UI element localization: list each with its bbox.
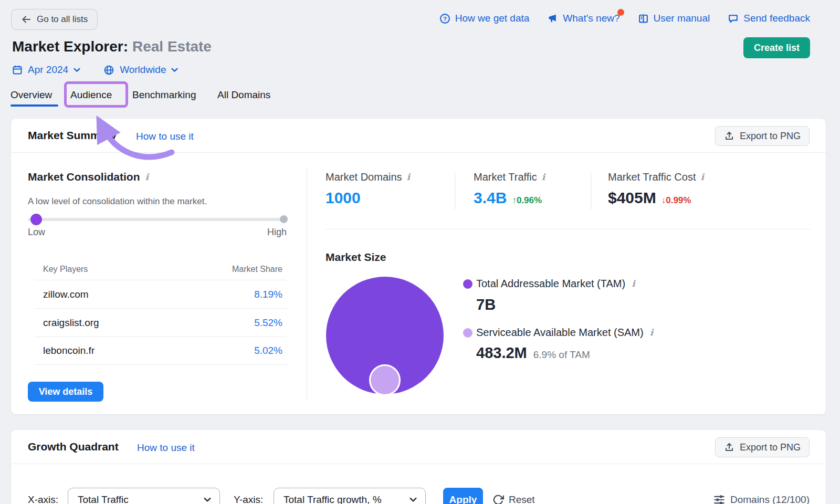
divider: [307, 169, 307, 400]
key-player-share[interactable]: 5.02%: [254, 345, 282, 356]
sam-value-number: 483.2M: [476, 344, 527, 362]
y-axis-select[interactable]: Total Traffic growth, %: [274, 488, 426, 504]
user-manual-link[interactable]: User manual: [638, 13, 710, 24]
export-png-button[interactable]: Export to PNG: [715, 437, 810, 457]
metric-market-domains: Market Domains i 1000: [326, 171, 410, 207]
metric-label: Market Domains: [326, 171, 402, 183]
metric-label: Market Traffic: [474, 171, 537, 183]
whats-new-link[interactable]: What's new?: [547, 13, 620, 24]
create-list-button[interactable]: Create list: [743, 37, 810, 58]
tab-audience[interactable]: Audience: [70, 89, 112, 101]
metric-change-down: ↓0.99%: [662, 195, 691, 206]
export-label: Export to PNG: [740, 442, 801, 453]
geo-filter[interactable]: Worldwide: [103, 64, 178, 76]
metric-value: 3.4B: [474, 189, 507, 207]
sam-legend-dot: [463, 328, 472, 338]
info-icon[interactable]: i: [407, 173, 410, 182]
view-details-button[interactable]: View details: [28, 382, 103, 402]
page-title-prefix: Market Explorer:: [12, 38, 128, 55]
metric-change-value: 0.96%: [517, 195, 542, 205]
slider-high-label: High: [267, 227, 287, 238]
link-label: Send feedback: [743, 13, 810, 24]
refresh-icon: [492, 494, 504, 504]
sam-value: 483.2M 6.9% of TAM: [476, 344, 590, 362]
divider: [326, 229, 811, 229]
table-row: craigslist.org 5.52%: [35, 308, 287, 337]
legend-label-text: Serviceable Available Market (SAM): [476, 327, 644, 339]
info-icon[interactable]: i: [542, 173, 545, 182]
link-label: How we get data: [455, 13, 530, 24]
tam-legend-label: Total Addressable Market (TAM) i: [476, 278, 635, 290]
header-links: ? How we get data What's new? User manua…: [439, 13, 810, 24]
filters-row: Apr 2024 Worldwide: [12, 64, 178, 76]
market-summary-how-to-use-link[interactable]: How to use it: [136, 131, 194, 142]
consolidation-description: A low level of consolidation within the …: [28, 196, 207, 207]
export-label: Export to PNG: [740, 131, 801, 142]
tam-legend-dot: [463, 279, 472, 289]
info-icon[interactable]: i: [700, 173, 704, 182]
growth-quadrant-how-to-use-link[interactable]: How to use it: [137, 442, 195, 454]
y-axis-label: Y-axis:: [234, 488, 263, 504]
key-player-domain: craigslist.org: [43, 317, 99, 329]
back-label: Go to all lists: [37, 14, 88, 25]
consolidation-slider-handle[interactable]: [30, 214, 42, 225]
market-summary-card: Market Summary How to use it Export to P…: [10, 118, 826, 415]
x-axis-select[interactable]: Total Traffic: [68, 488, 220, 504]
feedback-bubble-icon: [728, 13, 739, 24]
reset-button[interactable]: Reset: [492, 488, 535, 504]
notification-dot: [617, 9, 624, 16]
chevron-down-icon: [171, 68, 178, 72]
market-consolidation-title: Market Consolidation i: [28, 171, 149, 183]
growth-quadrant-card: Growth Quadrant How to use it Export to …: [10, 429, 826, 504]
info-icon[interactable]: i: [632, 279, 635, 288]
sam-note: 6.9% of TAM: [533, 349, 590, 361]
chevron-down-icon: [410, 497, 417, 502]
svg-text:?: ?: [443, 15, 447, 22]
metric-change-value: 0.99%: [666, 195, 691, 205]
divider: [11, 152, 826, 153]
globe-icon: [103, 65, 114, 76]
domains-filter-label: Domains (12/100): [730, 494, 810, 504]
info-icon[interactable]: i: [650, 328, 653, 337]
send-feedback-link[interactable]: Send feedback: [728, 13, 810, 24]
domains-filter-button[interactable]: Domains (12/100): [713, 488, 810, 504]
table-row: leboncoin.fr 5.02%: [35, 337, 287, 365]
info-icon[interactable]: i: [145, 173, 149, 182]
key-players-header: Key Players Market Share: [35, 259, 287, 280]
sam-bubble: [369, 364, 401, 396]
col-market-share: Market Share: [232, 265, 282, 274]
date-filter-value: Apr 2024: [28, 64, 68, 76]
slider-low-label: Low: [28, 227, 45, 238]
key-players-table: Key Players Market Share zillow.com 8.19…: [35, 259, 287, 365]
slider-labels: Low High: [28, 227, 287, 238]
tab-overview[interactable]: Overview: [10, 89, 52, 101]
x-axis-selected-value: Total Traffic: [78, 494, 129, 504]
tab-all-domains[interactable]: All Domains: [217, 89, 270, 101]
sliders-icon: [713, 494, 725, 504]
divider: [455, 173, 455, 209]
tam-value: 7B: [476, 296, 496, 313]
metric-change-up: ↑0.96%: [512, 195, 542, 206]
export-png-button[interactable]: Export to PNG: [715, 126, 810, 146]
key-player-share[interactable]: 8.19%: [254, 289, 282, 300]
export-icon: [724, 442, 734, 453]
reset-label: Reset: [509, 494, 535, 504]
legend-label-text: Total Addressable Market (TAM): [476, 278, 625, 290]
how-we-get-data-link[interactable]: ? How we get data: [439, 13, 530, 24]
metric-value: $405M: [608, 189, 656, 207]
date-filter[interactable]: Apr 2024: [12, 64, 80, 76]
metric-value: 1000: [326, 189, 410, 207]
go-to-all-lists-button[interactable]: Go to all lists: [11, 9, 98, 30]
col-key-players: Key Players: [43, 265, 88, 274]
question-circle-icon: ?: [439, 13, 450, 24]
tab-benchmarking[interactable]: Benchmarking: [132, 89, 196, 101]
sam-legend-label: Serviceable Available Market (SAM) i: [476, 327, 653, 339]
key-player-domain: leboncoin.fr: [43, 345, 94, 356]
market-size-title: Market Size: [326, 251, 386, 264]
section-title-text: Market Consolidation: [28, 171, 140, 183]
x-axis-label: X-axis:: [28, 488, 58, 504]
link-label: User manual: [654, 13, 710, 24]
arrow-left-icon: [21, 14, 32, 25]
apply-button[interactable]: Apply: [443, 488, 483, 504]
key-player-share[interactable]: 5.52%: [254, 317, 282, 329]
